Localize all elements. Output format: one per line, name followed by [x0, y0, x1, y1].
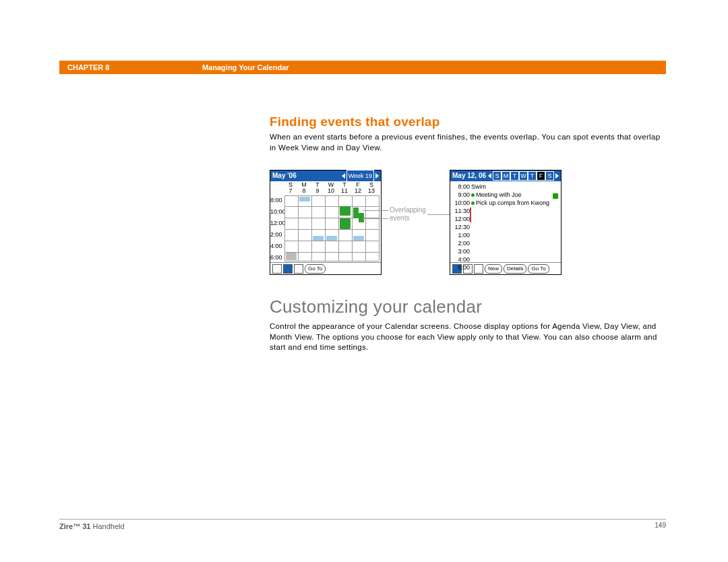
day-num: 11	[338, 187, 351, 194]
time-cell: 12:30	[452, 223, 470, 231]
view-week-icon[interactable]	[283, 264, 293, 274]
time-cell: 10:00	[452, 199, 470, 207]
dot-icon	[471, 201, 475, 205]
new-button[interactable]: New	[485, 264, 502, 274]
event-row[interactable]: Pick up comps from Kwong	[471, 199, 549, 207]
callout-line-left-bottom	[363, 218, 388, 219]
day-body: 8:00 9:00 10:00 11:30 12:00 12:30 1:00 2…	[450, 181, 561, 262]
day-num: 8	[297, 187, 311, 194]
event-block	[326, 236, 337, 241]
day-date-label: May 12, 06	[452, 170, 486, 181]
time-label: 12:00	[270, 218, 286, 229]
day-num: 7	[284, 187, 297, 194]
page-number: 149	[655, 522, 666, 529]
event-block	[353, 208, 359, 218]
page-footer: Zire™ 31 Handheld 149	[59, 519, 666, 533]
section-finding-overlap: Finding events that overlap When an even…	[270, 115, 667, 153]
time-cell: 12:00	[452, 215, 470, 223]
day-picker[interactable]: S M T W T F S	[493, 171, 554, 181]
time-cell: 1:00	[452, 231, 470, 239]
section-customizing: Customizing your calendar Control the ap…	[270, 296, 667, 353]
heading-finding-overlap: Finding events that overlap	[270, 115, 667, 129]
goto-button[interactable]: Go To	[528, 264, 549, 274]
product-name: Zire™ 31 Handheld	[59, 522, 125, 530]
time-cell: 11:30	[452, 207, 470, 215]
week-number-label: Week 19	[346, 170, 374, 182]
section-title: Managing Your Calendar	[202, 63, 289, 71]
time-cell: 9:00	[452, 191, 470, 199]
week-body: S M T W T F S 7 8 9 10 11 12 13 8:00 10:…	[270, 181, 381, 262]
event-row[interactable]: Meeting with Joe	[471, 191, 549, 199]
callout-overlapping: Overlapping events	[390, 206, 426, 222]
callout-line2: events	[390, 214, 426, 222]
event-block	[313, 236, 324, 241]
time-label: 8:00	[270, 195, 286, 206]
time-label: 2:00	[270, 229, 286, 241]
callout-line-left-top	[363, 210, 388, 211]
day-num: 9	[311, 187, 324, 194]
view-day-icon[interactable]	[272, 264, 282, 274]
prev-week-icon[interactable]	[342, 173, 345, 179]
view-month-icon[interactable]	[474, 264, 483, 274]
time-cell: 3:00	[452, 247, 470, 255]
time-cell: 5:00	[452, 263, 470, 272]
time-label: 6:00	[270, 252, 286, 263]
day-num: 13	[365, 187, 378, 194]
event-block	[340, 218, 351, 229]
time-cell: 2:00	[452, 239, 470, 247]
next-week-icon[interactable]	[375, 173, 379, 179]
category-icon[interactable]	[553, 193, 558, 199]
time-label: 10:00	[270, 206, 286, 218]
chapter-label: CHAPTER 8	[67, 63, 175, 71]
body-finding-overlap: When an event starts before a previous e…	[270, 132, 667, 153]
event-block	[299, 197, 310, 201]
goto-button[interactable]: Go To	[305, 264, 326, 274]
week-footer: Go To	[270, 262, 381, 275]
event-block	[286, 253, 297, 260]
day-titlebar: May 12, 06 S M T W T F S	[450, 170, 561, 181]
event-block	[353, 236, 364, 241]
week-month-label: May '06	[272, 170, 297, 181]
day-num: 12	[351, 187, 365, 194]
event-row[interactable]: Swim	[471, 183, 549, 191]
screenshot-week-view: May '06 Week 19 S M T W T F S 7 8 9 10	[270, 170, 382, 275]
screenshot-day-view: May 12, 06 S M T W T F S 8:00 9:0	[450, 170, 562, 275]
event-block	[359, 213, 364, 222]
overlap-indicator	[470, 208, 471, 222]
prev-day-icon[interactable]	[488, 173, 491, 179]
heading-customizing: Customizing your calendar	[270, 296, 667, 317]
day-num: 10	[324, 187, 338, 194]
time-label: 4:00	[270, 241, 286, 252]
time-cell: 8:00	[452, 183, 470, 191]
figure-row: May '06 Week 19 S M T W T F S 7 8 9 10	[270, 170, 674, 276]
event-block	[340, 206, 351, 216]
details-button[interactable]: Details	[504, 264, 526, 274]
week-titlebar: May '06 Week 19	[270, 170, 381, 181]
next-day-icon[interactable]	[555, 173, 559, 179]
chapter-header: CHAPTER 8 Managing Your Calendar	[59, 61, 666, 74]
view-month-icon[interactable]	[294, 264, 303, 274]
callout-line1: Overlapping	[390, 206, 426, 214]
dot-icon	[471, 193, 475, 197]
body-customizing: Control the appearance of your Calendar …	[270, 321, 667, 353]
time-cell: 4:00	[452, 255, 470, 263]
